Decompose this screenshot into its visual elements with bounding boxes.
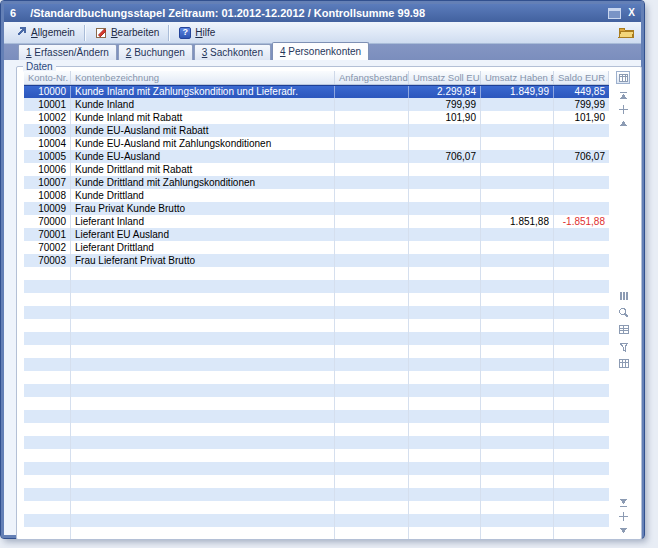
table-row[interactable]: 10009Frau Privat Kunde Brutto	[24, 202, 609, 215]
column-header-konto[interactable]: Konto-Nr.	[24, 71, 71, 84]
tab-sachkonten[interactable]: 3 Sachkonten	[194, 44, 271, 60]
cell-haben	[481, 436, 554, 449]
table-row[interactable]: 10004Kunde EU-Ausland mit Zahlungskondit…	[24, 137, 609, 150]
table-empty-row[interactable]	[24, 267, 609, 280]
cell-konto	[24, 306, 71, 319]
column-header-anfangsbestand[interactable]: Anfangsbestand EUR	[335, 71, 409, 84]
funnel-icon[interactable]	[618, 341, 629, 352]
crosshair-icon[interactable]	[618, 104, 629, 115]
restore-icon[interactable]	[608, 8, 621, 19]
cell-konto: 10004	[24, 137, 71, 150]
table-empty-row[interactable]	[24, 345, 609, 358]
close-icon[interactable]: X	[628, 8, 635, 18]
crosshair-icon[interactable]	[618, 511, 629, 522]
table-empty-row[interactable]	[24, 280, 609, 293]
table-row[interactable]: 10005Kunde EU-Ausland706,07706,07	[24, 150, 609, 163]
folder-icon[interactable]	[618, 24, 635, 42]
cell-saldo	[554, 332, 609, 345]
cell-konto: 10005	[24, 150, 71, 163]
cell-konto: 10007	[24, 176, 71, 189]
toolbar-button-allgemein[interactable]: Allgemein	[10, 24, 81, 41]
table-row[interactable]: 70003Frau Lieferant Privat Brutto	[24, 254, 609, 267]
table-row[interactable]: 70002Lieferant Drittland	[24, 241, 609, 254]
table-row[interactable]: 70000Lieferant Inland1.851,88-1.851,88	[24, 215, 609, 228]
cell-saldo	[554, 228, 609, 241]
grid-icon[interactable]	[618, 358, 629, 369]
table-empty-row[interactable]	[24, 358, 609, 371]
tab-erfassen-ändern[interactable]: 1 Erfassen/Ändern	[18, 44, 117, 60]
table-row[interactable]: 10007Kunde Drittland mit Zahlungskonditi…	[24, 176, 609, 189]
table-empty-row[interactable]	[24, 293, 609, 306]
cell-soll	[409, 306, 481, 319]
cell-saldo	[554, 384, 609, 397]
table-empty-row[interactable]	[24, 384, 609, 397]
cell-anfangsbestand	[335, 319, 409, 332]
table-empty-row[interactable]	[24, 514, 609, 527]
cell-soll	[409, 410, 481, 423]
cell-haben	[481, 189, 554, 202]
cell-saldo	[554, 514, 609, 527]
table-row[interactable]: 10001Kunde Inland799,99799,99	[24, 98, 609, 111]
tab-band: 1 Erfassen/Ändern2 Buchungen3 Sachkonten…	[4, 44, 641, 61]
table-empty-row[interactable]	[24, 527, 609, 539]
table-empty-row[interactable]	[24, 397, 609, 410]
cell-konto	[24, 280, 71, 293]
toolbar-button-bearbeiten[interactable]: Bearbeiten	[89, 24, 165, 42]
table-empty-row[interactable]	[24, 488, 609, 501]
columns-icon[interactable]	[618, 290, 629, 301]
cell-bezeichnung	[71, 436, 335, 449]
tab-buchungen[interactable]: 2 Buchungen	[118, 44, 193, 60]
cell-soll	[409, 475, 481, 488]
cell-saldo	[554, 488, 609, 501]
cell-soll	[409, 371, 481, 384]
toolbar-button-hilfe[interactable]: ?Hilfe	[173, 25, 221, 41]
table-icon[interactable]	[618, 324, 629, 335]
cell-saldo	[554, 306, 609, 319]
table-empty-row[interactable]	[24, 306, 609, 319]
table-empty-row[interactable]	[24, 371, 609, 384]
cell-haben	[481, 150, 554, 163]
cell-bezeichnung	[71, 319, 335, 332]
column-header-saldo[interactable]: Saldo EUR	[554, 71, 609, 84]
cell-haben	[481, 202, 554, 215]
tab-personenkonten[interactable]: 4 Personenkonten	[272, 42, 369, 60]
cell-bezeichnung	[71, 267, 335, 280]
cell-konto	[24, 488, 71, 501]
table-empty-row[interactable]	[24, 501, 609, 514]
cell-bezeichnung	[71, 332, 335, 345]
table-row[interactable]: 10008Kunde Drittland	[24, 189, 609, 202]
table-empty-row[interactable]	[24, 475, 609, 488]
cell-konto: 10009	[24, 202, 71, 215]
cell-bezeichnung: Lieferant Inland	[71, 215, 335, 228]
table-empty-row[interactable]	[24, 449, 609, 462]
table-empty-row[interactable]	[24, 423, 609, 436]
table-row[interactable]: 10006Kunde Drittland mit Rabatt	[24, 163, 609, 176]
magnifier-icon[interactable]	[618, 307, 629, 318]
scroll-top-icon[interactable]	[618, 90, 629, 101]
cell-konto: 10008	[24, 189, 71, 202]
table-empty-row[interactable]	[24, 436, 609, 449]
table-row[interactable]: 70001Lieferant EU Ausland	[24, 228, 609, 241]
cell-saldo	[554, 241, 609, 254]
scroll-bottom-icon[interactable]	[618, 497, 629, 508]
scroll-up-icon[interactable]	[618, 118, 629, 129]
table-empty-row[interactable]	[24, 462, 609, 475]
table-empty-row[interactable]	[24, 332, 609, 345]
column-header-soll[interactable]: Umsatz Soll EUR	[409, 71, 481, 84]
cell-soll	[409, 163, 481, 176]
cell-haben	[481, 488, 554, 501]
cell-haben	[481, 332, 554, 345]
table-row[interactable]: 10002Kunde Inland mit Rabatt101,90101,90	[24, 111, 609, 124]
scroll-down-icon[interactable]	[618, 525, 629, 536]
cell-konto	[24, 319, 71, 332]
desktop: 6 /Standardbuchungsstapel Zeitraum: 01.2…	[0, 0, 658, 548]
table-row[interactable]: 10000Kunde Inland mit Zahlungskondition …	[24, 85, 609, 98]
column-chooser-icon[interactable]	[616, 71, 630, 84]
table-empty-row[interactable]	[24, 410, 609, 423]
cell-soll: 706,07	[409, 150, 481, 163]
table-empty-row[interactable]	[24, 319, 609, 332]
table-row[interactable]: 10003Kunde EU-Ausland mit Rabatt	[24, 124, 609, 137]
column-header-bezeichnung[interactable]: Kontenbezeichnung	[71, 71, 335, 84]
toolbar: AllgemeinBearbeiten?Hilfe	[4, 22, 641, 44]
column-header-haben[interactable]: Umsatz Haben EUR	[481, 71, 554, 84]
